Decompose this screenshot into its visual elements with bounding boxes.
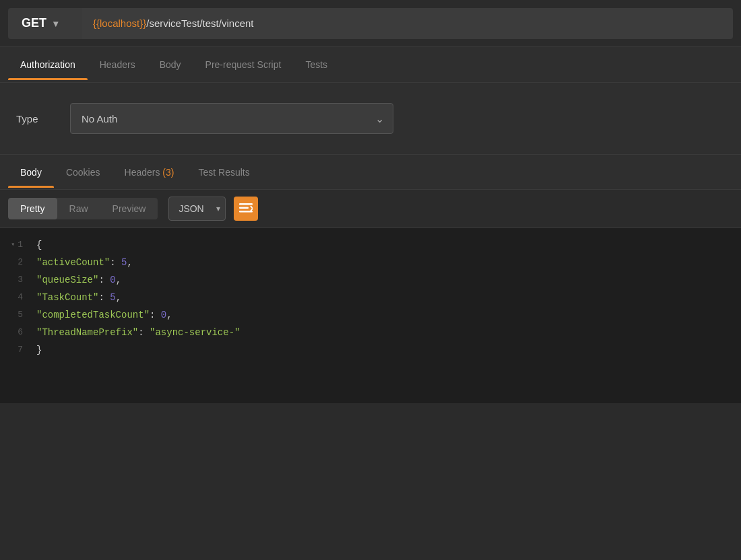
url-path: /serviceTest/test/vincent	[146, 18, 253, 29]
line-number: 7	[0, 341, 34, 359]
method-chevron: ▾	[53, 18, 58, 29]
code-line: 3"queueSize": 0,	[0, 271, 741, 289]
line-number: 5	[0, 306, 34, 324]
json-brace: }	[36, 345, 42, 355]
code-line: 4"TaskCount": 5,	[0, 289, 741, 306]
auth-type-select[interactable]: No Auth API Key Bearer Token Basic Auth …	[70, 103, 393, 134]
json-colon: :	[98, 292, 110, 303]
json-comma: ,	[116, 275, 121, 285]
auth-section: Type No Auth API Key Bearer Token Basic …	[0, 83, 741, 155]
auth-type-label: Type	[16, 113, 57, 125]
tab-response-headers[interactable]: Headers (3)	[112, 158, 187, 187]
json-brace: {	[36, 240, 42, 250]
format-type-select[interactable]: JSON XML HTML Text	[168, 197, 226, 221]
format-tab-raw[interactable]: Raw	[57, 198, 100, 219]
wrap-button[interactable]	[234, 197, 258, 221]
code-content: "TaskCount": 5,	[34, 289, 741, 306]
collapse-arrow[interactable]: ▾	[11, 236, 15, 254]
json-number: 5	[110, 292, 115, 303]
json-key: "queueSize"	[36, 275, 98, 285]
format-bar: Pretty Raw Preview JSON XML HTML Text ▾	[0, 190, 741, 228]
response-section: Body Cookies Headers (3) Test Results	[0, 155, 741, 190]
code-content: {	[34, 236, 741, 254]
wrap-icon	[239, 202, 253, 216]
auth-select-wrapper: No Auth API Key Bearer Token Basic Auth …	[70, 103, 393, 134]
code-line: 7}	[0, 341, 741, 359]
line-number: 3	[0, 271, 34, 289]
response-tabs-row: Body Cookies Headers (3) Test Results	[0, 155, 741, 190]
tab-tests[interactable]: Tests	[293, 50, 340, 79]
url-host: {{localhost}}	[93, 18, 146, 29]
request-tabs-row: Authorization Headers Body Pre-request S…	[0, 47, 741, 82]
tab-response-testresults[interactable]: Test Results	[186, 158, 261, 187]
json-colon: :	[98, 275, 110, 285]
code-content: "queueSize": 0,	[34, 271, 741, 289]
json-comma: ,	[166, 310, 172, 320]
code-line: ▾1{	[0, 236, 741, 254]
json-colon: :	[138, 327, 150, 338]
line-number: 4	[0, 289, 34, 306]
headers-badge: (3)	[162, 167, 174, 178]
line-number: 6	[0, 324, 34, 341]
code-line: 2"activeCount": 5,	[0, 254, 741, 271]
format-tab-pretty[interactable]: Pretty	[8, 198, 57, 219]
line-number: ▾1	[0, 236, 34, 254]
method-label: GET	[22, 16, 46, 30]
method-button[interactable]: GET ▾	[8, 8, 82, 39]
json-key: "completedTaskCount"	[36, 310, 150, 320]
tab-response-cookies[interactable]: Cookies	[54, 158, 112, 187]
json-number: 0	[110, 275, 115, 285]
auth-row: Type No Auth API Key Bearer Token Basic …	[16, 103, 725, 134]
svg-rect-1	[239, 207, 249, 209]
format-type-wrapper: JSON XML HTML Text ▾	[168, 197, 226, 221]
code-content: "completedTaskCount": 0,	[34, 306, 741, 324]
json-comma: ,	[127, 257, 132, 268]
code-area: ▾1{2"activeCount": 5,3"queueSize": 0,4"T…	[0, 228, 741, 403]
request-tabs-section: Authorization Headers Body Pre-request S…	[0, 47, 741, 83]
json-key: "activeCount"	[36, 257, 110, 268]
tab-headers[interactable]: Headers	[88, 50, 148, 79]
tab-authorization[interactable]: Authorization	[8, 50, 88, 79]
json-key: "ThreadNamePrefix"	[36, 327, 138, 338]
json-comma: ,	[116, 292, 121, 303]
tab-prerequest[interactable]: Pre-request Script	[193, 50, 294, 79]
tab-response-body[interactable]: Body	[8, 158, 54, 187]
line-number: 2	[0, 254, 34, 271]
format-tab-group: Pretty Raw Preview	[8, 198, 158, 219]
code-line: 5"completedTaskCount": 0,	[0, 306, 741, 324]
json-number: 0	[161, 310, 166, 320]
tab-body[interactable]: Body	[148, 50, 193, 79]
format-tab-preview[interactable]: Preview	[100, 198, 158, 219]
json-colon: :	[150, 310, 161, 320]
url-bar: GET ▾ {{localhost}}/serviceTest/test/vin…	[0, 0, 741, 47]
url-display[interactable]: {{localhost}}/serviceTest/test/vincent	[82, 8, 733, 39]
svg-rect-0	[239, 203, 253, 205]
json-key: "TaskCount"	[36, 292, 98, 303]
json-string: "async-service-"	[150, 327, 240, 338]
code-content: }	[34, 341, 741, 359]
code-line: 6"ThreadNamePrefix": "async-service-"	[0, 324, 741, 341]
code-content: "ThreadNamePrefix": "async-service-"	[34, 324, 741, 341]
code-content: "activeCount": 5,	[34, 254, 741, 271]
json-colon: :	[110, 257, 121, 268]
